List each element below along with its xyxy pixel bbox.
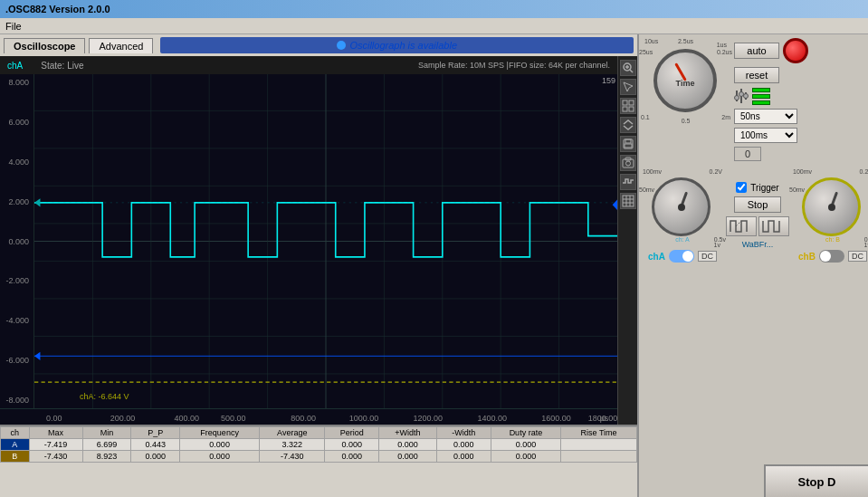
time-select-2[interactable]: 1ms10ms100ms500ms1s (734, 128, 797, 143)
row-b-period: 0.000 (325, 451, 379, 463)
cha-dc-label: DC (698, 251, 717, 262)
save-icon[interactable] (620, 136, 636, 152)
right-panel: 2.5us 1us 0.2us 10us 25us 0.1 0.5 2m Tim… (637, 34, 868, 497)
row-b-duty-rate: 0.000 (491, 451, 561, 463)
wabfr-label[interactable]: WaBFr... (742, 240, 774, 249)
col-duty-rate: Duty rate (491, 427, 561, 439)
svg-point-46 (625, 161, 630, 166)
svg-marker-22 (34, 352, 40, 360)
y-label-7: -6.000 (2, 356, 32, 365)
y-label-8: -8.000 (2, 396, 32, 405)
chb-knob[interactable] (802, 177, 861, 236)
record-button[interactable] (783, 38, 808, 63)
row-b-rise-time (561, 451, 637, 463)
row-a-ch: A (1, 439, 30, 451)
time-knob-label: Time (676, 80, 695, 89)
row-a-plus-width: 0.000 (379, 439, 437, 451)
scope-toolbar (617, 56, 637, 425)
chb-label: chB (798, 252, 816, 262)
tab-oscilloscope[interactable]: Oscilloscope (4, 38, 85, 53)
row-a-min: 6.699 (82, 439, 131, 451)
table-row-a: A -7.419 6.699 0.443 0.000 3.322 0.000 0… (1, 439, 637, 451)
y-label-3: 2.000 (2, 197, 32, 206)
channel-label: chA (7, 61, 23, 71)
chb-toggle[interactable] (819, 250, 844, 263)
row-a-pp: 0.443 (131, 439, 180, 451)
time-knob[interactable]: Time (653, 49, 717, 112)
svg-rect-39 (629, 100, 634, 105)
y-label-5: -2.000 (2, 276, 32, 285)
cha-knob-container: 100mv 0.2V 0.5v ch: A 1v 50mv (643, 168, 722, 248)
stop-d-button[interactable]: Stop D (764, 464, 868, 497)
svg-rect-44 (625, 144, 632, 148)
col-plus-width: +Width (379, 427, 437, 439)
y-label-2: 4.000 (2, 158, 32, 167)
waveform-falling-btn[interactable] (758, 216, 789, 236)
svg-rect-48 (623, 196, 634, 206)
waveform-icon[interactable] (620, 174, 636, 190)
time-select-1[interactable]: 10ns25ns50ns100ns250ns500ns1us2.5us (734, 109, 797, 124)
svg-line-35 (630, 70, 633, 72)
col-frequency: Frequency (180, 427, 260, 439)
svg-marker-21 (34, 198, 40, 206)
cursor-icon[interactable] (620, 79, 636, 95)
measurements-table: ch Max Min P_P Frequency Average Period … (0, 426, 637, 463)
row-a-duty-rate: 0.000 (491, 439, 561, 451)
row-b-ch: B (1, 451, 30, 463)
x-axis: 0.00 200.00 400.00 500.00 800.00 1000.00… (34, 409, 617, 425)
col-rise-time: Rise Time (561, 427, 637, 439)
svg-text:1000.00: 1000.00 (349, 414, 379, 423)
screenshot-icon[interactable] (620, 155, 636, 171)
svg-point-58 (744, 94, 749, 99)
row-a-max: -7.419 (29, 439, 82, 451)
row-b-pp: 0.000 (131, 451, 180, 463)
green-indicator (752, 88, 770, 105)
app-title: .OSC882 Version 2.0.0 (5, 4, 110, 14)
chb-dc-label: DC (848, 251, 867, 262)
menu-file[interactable]: File (5, 21, 22, 32)
svg-text:0.00: 0.00 (46, 414, 62, 423)
sample-rate-label: Sample Rate: 10M SPS |FIFO size: 64K per… (418, 61, 610, 70)
stop-button[interactable]: Stop (734, 196, 782, 213)
grid-icon[interactable] (620, 98, 636, 114)
y-label-4: 0.000 (2, 237, 32, 246)
reset-button[interactable]: reset (734, 67, 779, 83)
col-minus-width: -Width (436, 427, 491, 439)
waveform-rising-btn[interactable] (726, 216, 757, 236)
trigger-label: Trigger (750, 183, 778, 193)
col-pp: P_P (131, 427, 180, 439)
table-icon[interactable] (620, 193, 636, 209)
tab-advanced[interactable]: Advanced (89, 38, 153, 53)
cha-knob[interactable] (652, 177, 711, 236)
left-panel: Oscilloscope Advanced Oscillograph is av… (0, 34, 637, 497)
row-b-max: -7.430 (29, 451, 82, 463)
trigger-row: Trigger (736, 182, 778, 193)
svg-text:200.00: 200.00 (110, 414, 136, 423)
scope-counter: 159 (602, 76, 615, 85)
svg-text:1400.00: 1400.00 (477, 414, 507, 423)
expand-icon[interactable] (620, 117, 636, 133)
svg-text:800.00: 800.00 (291, 414, 316, 423)
trigger-checkbox[interactable] (736, 182, 747, 193)
col-ch: ch (1, 427, 30, 439)
cha-toggle[interactable] (669, 250, 694, 263)
svg-text:1200.00: 1200.00 (414, 414, 444, 423)
svg-point-56 (739, 92, 744, 97)
row-b-plus-width: 0.000 (379, 451, 437, 463)
svg-marker-20 (613, 199, 617, 210)
svg-text:μs: μs (600, 414, 609, 423)
row-a-minus-width: 0.000 (436, 439, 491, 451)
table-row-b: B -7.430 8.923 0.000 0.000 -7.430 0.000 … (1, 451, 637, 463)
scope-waveform (34, 74, 617, 408)
auto-button[interactable]: auto (734, 43, 779, 59)
status-text: Oscillograph is available (349, 40, 457, 51)
row-a-rise-time (561, 439, 637, 451)
zoom-in-icon[interactable] (620, 60, 636, 76)
row-b-minus-width: 0.000 (436, 451, 491, 463)
svg-line-59 (736, 221, 741, 226)
svg-rect-43 (625, 139, 631, 143)
title-bar: .OSC882 Version 2.0.0 (0, 0, 868, 18)
row-b-frequency: 0.000 (180, 451, 260, 463)
status-indicator (337, 41, 346, 50)
chb-knob-container: 100mv 0.2V 0.5v ch: B 1v 50mv (793, 168, 868, 248)
